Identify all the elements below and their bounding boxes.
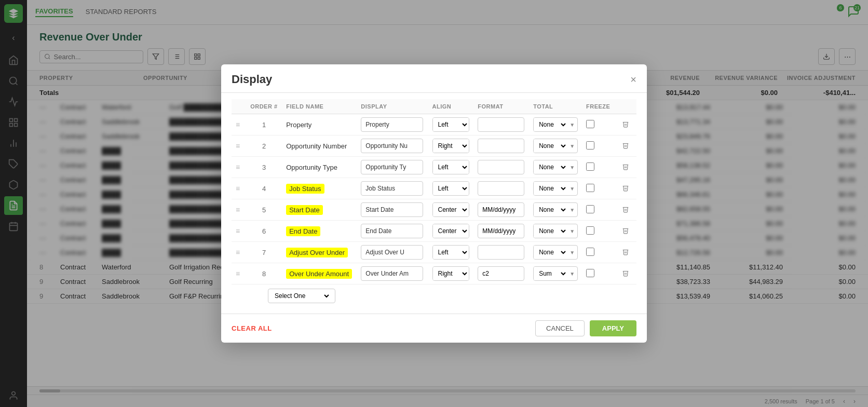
format-cell[interactable] <box>473 178 529 199</box>
align-cell[interactable]: LeftCenterRight <box>428 199 474 221</box>
align-select-wrap[interactable]: LeftCenterRight <box>432 202 470 217</box>
format-cell[interactable] <box>473 263 529 284</box>
align-cell[interactable]: LeftCenterRight <box>428 242 474 263</box>
drag-handle-icon[interactable]: ≡ <box>236 120 240 129</box>
total-select-wrap[interactable]: NoneSumAvgCountMinMax ▼ <box>533 139 578 153</box>
total-select[interactable]: NoneSumAvgCountMinMax <box>534 246 567 259</box>
drag-handle-cell[interactable]: ≡ <box>232 178 246 199</box>
total-cell[interactable]: NoneSumAvgCountMinMax ▼ <box>529 221 582 242</box>
drag-handle-icon[interactable]: ≡ <box>236 206 240 214</box>
drag-handle-icon[interactable]: ≡ <box>236 227 240 235</box>
format-cell[interactable] <box>473 221 529 242</box>
total-select-wrap[interactable]: NoneSumAvgCountMinMax ▼ <box>533 160 578 174</box>
format-cell[interactable] <box>473 199 529 221</box>
align-select[interactable]: LeftCenterRight <box>433 224 469 238</box>
total-cell[interactable]: NoneSumAvgCountMinMax ▼ <box>529 178 582 199</box>
total-cell[interactable]: NoneSumAvgCountMinMax ▼ <box>529 242 582 263</box>
drag-handle-cell[interactable]: ≡ <box>232 263 246 284</box>
align-select[interactable]: LeftCenterRight <box>433 139 469 153</box>
display-cell[interactable] <box>357 199 428 221</box>
format-cell[interactable] <box>473 135 529 157</box>
delete-row-button[interactable] <box>619 141 632 152</box>
delete-row-button[interactable] <box>619 247 632 258</box>
align-cell[interactable]: LeftCenterRight <box>428 263 474 284</box>
display-input[interactable] <box>361 202 423 217</box>
total-select-wrap[interactable]: NoneSumAvgCountMinMax ▼ <box>533 181 578 196</box>
total-select-wrap[interactable]: NoneSumAvgCountMinMax ▼ <box>533 245 578 260</box>
align-cell[interactable]: LeftCenterRight <box>428 221 474 242</box>
align-select-wrap[interactable]: LeftCenterRight <box>432 266 470 281</box>
display-cell[interactable] <box>357 178 428 199</box>
display-cell[interactable] <box>357 221 428 242</box>
format-cell[interactable] <box>473 157 529 178</box>
drag-handle-icon[interactable]: ≡ <box>236 142 240 150</box>
delete-cell[interactable] <box>615 157 636 178</box>
display-input[interactable] <box>361 266 423 281</box>
format-input[interactable] <box>478 202 524 217</box>
total-select[interactable]: NoneSumAvgCountMinMax <box>534 182 567 195</box>
total-select[interactable]: NoneSumAvgCountMinMax <box>534 203 567 216</box>
align-select-wrap[interactable]: LeftCenterRight <box>432 160 470 174</box>
clear-all-button[interactable]: CLEAR ALL <box>232 324 272 332</box>
align-select-wrap[interactable]: LeftCenterRight <box>432 245 470 260</box>
freeze-cell[interactable] <box>582 135 615 157</box>
delete-row-button[interactable] <box>619 226 632 237</box>
freeze-cell[interactable] <box>582 242 615 263</box>
add-field-select[interactable]: Select One Property Opportunity Number O… <box>273 292 331 300</box>
align-select[interactable]: LeftCenterRight <box>433 267 469 280</box>
total-select[interactable]: NoneSumAvgCountMinMax <box>534 160 567 174</box>
display-input[interactable] <box>361 181 423 196</box>
total-select[interactable]: NoneSumAvgCountMinMax <box>534 118 567 131</box>
format-input[interactable] <box>478 139 524 153</box>
modal-overlay[interactable]: Display × ORDER # FIELD NAME DISPLAY ALI… <box>0 0 868 407</box>
delete-cell[interactable] <box>615 263 636 284</box>
drag-handle-icon[interactable]: ≡ <box>236 269 240 278</box>
display-input[interactable] <box>361 139 423 153</box>
display-input[interactable] <box>361 245 423 260</box>
format-cell[interactable] <box>473 114 529 135</box>
delete-row-button[interactable] <box>619 205 632 215</box>
freeze-cell[interactable] <box>582 221 615 242</box>
freeze-cell[interactable] <box>582 263 615 284</box>
freeze-checkbox[interactable] <box>586 120 594 128</box>
total-select[interactable]: NoneSumAvgCountMinMax <box>534 224 567 238</box>
align-select[interactable]: LeftCenterRight <box>433 246 469 259</box>
total-cell[interactable]: NoneSumAvgCountMinMax ▼ <box>529 199 582 221</box>
freeze-checkbox[interactable] <box>586 205 594 213</box>
total-select-wrap[interactable]: NoneSumAvgCountMinMax ▼ <box>533 266 578 281</box>
format-input[interactable] <box>478 245 524 260</box>
freeze-checkbox[interactable] <box>586 248 594 256</box>
display-input[interactable] <box>361 117 423 132</box>
drag-handle-cell[interactable]: ≡ <box>232 221 246 242</box>
delete-row-button[interactable] <box>619 268 632 279</box>
add-field-select-wrap[interactable]: Select One Property Opportunity Number O… <box>268 289 335 303</box>
freeze-checkbox[interactable] <box>586 162 594 171</box>
drag-handle-cell[interactable]: ≡ <box>232 114 246 135</box>
freeze-checkbox[interactable] <box>586 269 594 277</box>
align-cell[interactable]: LeftCenterRight <box>428 157 474 178</box>
align-select-wrap[interactable]: LeftCenterRight <box>432 224 470 238</box>
total-select-wrap[interactable]: NoneSumAvgCountMinMax ▼ <box>533 202 578 217</box>
drag-handle-cell[interactable]: ≡ <box>232 242 246 263</box>
delete-cell[interactable] <box>615 242 636 263</box>
format-input[interactable] <box>478 160 524 174</box>
align-select-wrap[interactable]: LeftCenterRight <box>432 117 470 132</box>
freeze-cell[interactable] <box>582 114 615 135</box>
display-cell[interactable] <box>357 135 428 157</box>
delete-cell[interactable] <box>615 135 636 157</box>
cancel-button[interactable]: CANCEL <box>535 320 585 336</box>
display-cell[interactable] <box>357 157 428 178</box>
delete-cell[interactable] <box>615 221 636 242</box>
align-cell[interactable]: LeftCenterRight <box>428 135 474 157</box>
align-cell[interactable]: LeftCenterRight <box>428 178 474 199</box>
total-select[interactable]: NoneSumAvgCountMinMax <box>534 139 567 153</box>
freeze-cell[interactable] <box>582 199 615 221</box>
align-select[interactable]: LeftCenterRight <box>433 203 469 216</box>
drag-handle-cell[interactable]: ≡ <box>232 135 246 157</box>
freeze-checkbox[interactable] <box>586 141 594 150</box>
format-input[interactable] <box>478 224 524 238</box>
total-cell[interactable]: NoneSumAvgCountMinMax ▼ <box>529 114 582 135</box>
align-select[interactable]: LeftCenterRight <box>433 118 469 131</box>
delete-cell[interactable] <box>615 178 636 199</box>
drag-handle-icon[interactable]: ≡ <box>236 184 240 193</box>
